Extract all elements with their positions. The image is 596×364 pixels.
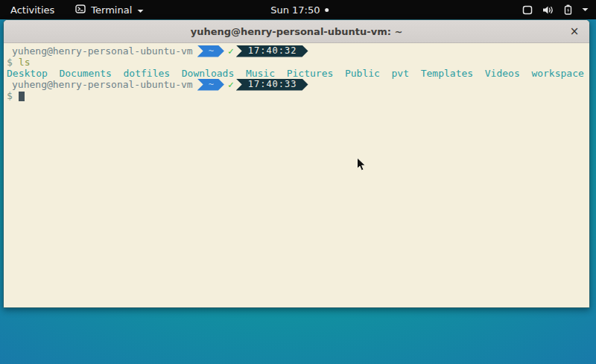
clock-button[interactable]: Sun 17:50 <box>270 0 329 19</box>
top-bar: Activities Terminal Sun 17:50 <box>0 0 596 19</box>
volume-icon <box>542 5 554 15</box>
directory-name: Music <box>246 68 275 79</box>
screen: Activities Terminal Sun 17:50 <box>0 0 596 364</box>
battery-charging-icon <box>564 4 572 15</box>
command-line: $ls <box>5 57 588 68</box>
directory-name: pvt <box>392 68 409 79</box>
prompt-symbol: $ <box>5 57 13 68</box>
screen-icon <box>522 5 533 15</box>
chevron-down-icon <box>137 4 144 16</box>
close-button[interactable]: × <box>565 22 583 40</box>
current-input-line[interactable]: $ <box>5 90 588 101</box>
check-icon: ✓ <box>228 79 234 90</box>
chevron-down-icon <box>582 7 589 12</box>
terminal-icon <box>75 4 86 16</box>
activities-button[interactable]: Activities <box>10 4 54 16</box>
directory-name: Public <box>345 68 380 79</box>
directory-name: Downloads <box>182 68 234 79</box>
ls-output: DesktopDocumentsdotfilesDownloadsMusicPi… <box>5 68 588 79</box>
directory-name: dotfiles <box>124 68 171 79</box>
prompt-user-host: yuheng@henry-personal-ubuntu-vm <box>5 79 193 90</box>
notification-dot <box>326 8 329 12</box>
prompt-time-segment: 17:40:32 <box>236 45 308 57</box>
prompt-time-segment: 17:40:33 <box>236 79 308 91</box>
prompt-symbol: $ <box>5 90 13 101</box>
prompt-line-2: yuheng@henry-personal-ubuntu-vm ~ ✓ 17:4… <box>5 79 588 90</box>
check-icon: ✓ <box>228 45 234 57</box>
app-menu-terminal[interactable]: Terminal <box>75 4 144 16</box>
window-title: yuheng@henry-personal-ubuntu-vm: ~ <box>191 26 403 37</box>
directory-name: Pictures <box>287 68 334 79</box>
directory-name: Templates <box>421 68 473 79</box>
prompt-cwd-segment: ~ <box>197 45 224 57</box>
typed-command: ls <box>19 57 31 68</box>
app-menu-label: Terminal <box>91 4 132 16</box>
terminal-window[interactable]: yuheng@henry-personal-ubuntu-vm: ~ × yuh… <box>3 19 590 308</box>
prompt-line-1: yuheng@henry-personal-ubuntu-vm ~ ✓ 17:4… <box>5 45 588 57</box>
desktop-background: yuheng@henry-personal-ubuntu-vm: ~ × yuh… <box>0 19 596 364</box>
prompt-user-host: yuheng@henry-personal-ubuntu-vm <box>5 45 193 57</box>
directory-name: workspace <box>531 68 583 79</box>
directory-name: Documents <box>59 68 111 79</box>
directory-name: Videos <box>485 68 520 79</box>
window-titlebar[interactable]: yuheng@henry-personal-ubuntu-vm: ~ × <box>4 20 589 43</box>
system-status-area[interactable] <box>522 4 589 15</box>
directory-name: Desktop <box>7 68 48 79</box>
clock-label: Sun 17:50 <box>270 4 320 16</box>
prompt-cwd-segment: ~ <box>197 79 224 91</box>
terminal-content[interactable]: yuheng@henry-personal-ubuntu-vm ~ ✓ 17:4… <box>4 43 589 307</box>
text-cursor-block <box>19 92 25 101</box>
